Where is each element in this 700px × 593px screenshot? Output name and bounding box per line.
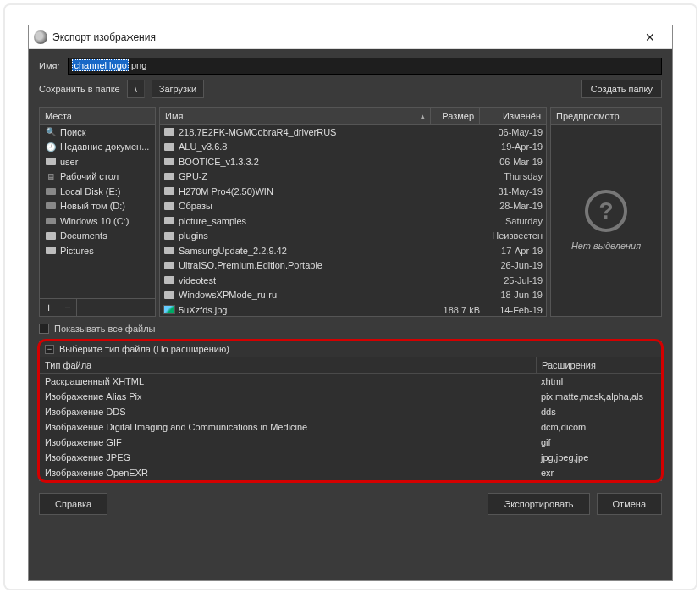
file-name: 218.7E2FK-MGMCobraR4_driverRUS <box>179 127 434 137</box>
places-item[interactable]: 🔍Поиск <box>40 125 155 140</box>
file-size: 188.7 kB <box>434 305 480 315</box>
file-name: GPU-Z <box>179 171 434 181</box>
file-name: plugins <box>179 230 434 241</box>
close-button[interactable]: ✕ <box>633 30 667 44</box>
file-row[interactable]: H270M Pro4(2.50)WIN31-May-19 <box>160 184 546 199</box>
file-row[interactable]: Образы28-Mar-19 <box>160 199 546 214</box>
places-item[interactable]: 🖥Рабочий стол <box>40 169 155 185</box>
show-all-checkbox[interactable] <box>39 324 49 334</box>
file-row[interactable]: 218.7E2FK-MGMCobraR4_driverRUS06-May-19 <box>160 125 546 140</box>
places-item-label: Windows 10 (C:) <box>60 216 150 226</box>
file-name: BOOTICE_v1.3.3.2 <box>179 157 434 167</box>
places-item[interactable]: Windows 10 (C:) <box>40 213 155 229</box>
path-folder-button[interactable]: Загрузки <box>152 80 204 98</box>
add-place-button[interactable]: + <box>40 299 58 316</box>
places-item[interactable]: Новый том (D:) <box>40 199 155 214</box>
preview-header: Предпросмотр <box>551 108 661 124</box>
filetype-row[interactable]: Изображение Alias Pixpix,matte,mask,alph… <box>40 389 661 404</box>
file-modified: 06-May-19 <box>480 127 543 137</box>
file-modified: 31-May-19 <box>480 186 543 197</box>
path-root-button[interactable]: \ <box>127 80 145 98</box>
filetype-ext: dcm,dicom <box>536 422 661 432</box>
places-item[interactable]: Pictures <box>40 243 155 258</box>
file-name: UltraISO.Premium.Edition.Portable <box>179 260 434 270</box>
file-row[interactable]: picture_samplesSaturday <box>160 213 546 229</box>
places-item-label: Поиск <box>60 127 150 137</box>
folder-icon <box>163 157 175 167</box>
file-row[interactable]: 5uXzfds.jpg188.7 kB14-Feb-19 <box>160 302 546 316</box>
file-modified: 06-Mar-19 <box>480 157 543 167</box>
recent-icon: 🕘 <box>45 141 57 152</box>
folder-icon <box>163 216 175 226</box>
col-name[interactable]: Имя▴ <box>160 108 431 124</box>
export-button[interactable]: Экспортировать <box>488 493 589 515</box>
create-folder-button[interactable]: Создать папку <box>581 80 662 98</box>
file-row[interactable]: BOOTICE_v1.3.3.206-Mar-19 <box>160 154 546 169</box>
file-row[interactable]: ALU_v3.6.819-Apr-19 <box>160 140 546 155</box>
filetype-name: Изображение Alias Pix <box>40 391 536 402</box>
file-row[interactable]: videotest25-Jul-19 <box>160 273 546 288</box>
places-item[interactable]: user <box>40 154 155 169</box>
filetype-row[interactable]: Раскрашенный XHTMLxhtml <box>40 374 661 389</box>
name-label: Имя: <box>39 61 59 71</box>
filetype-row[interactable]: Изображение OpenEXRexr <box>40 465 661 480</box>
filetype-title: Выберите тип файла (По расширению) <box>59 344 229 354</box>
col-modified[interactable]: Изменён <box>480 108 546 124</box>
filetype-ext: exr <box>536 468 661 478</box>
filetype-header[interactable]: − Выберите тип файла (По расширению) <box>40 341 661 357</box>
filetype-row[interactable]: Изображение JPEGjpg,jpeg,jpe <box>40 450 661 465</box>
places-item-label: Рабочий стол <box>60 171 150 181</box>
save-in-label: Сохранить в папке <box>39 84 120 94</box>
remove-place-button[interactable]: − <box>58 299 77 316</box>
collapse-icon[interactable]: − <box>45 345 54 354</box>
type-col-header: Тип файла <box>40 357 536 373</box>
folder-icon <box>163 290 175 300</box>
filetype-name: Изображение JPEG <box>40 452 536 463</box>
folder-icon <box>45 230 57 241</box>
file-row[interactable]: pluginsНеизвестен <box>160 229 546 244</box>
cancel-button[interactable]: Отмена <box>597 493 662 515</box>
filename-input[interactable]: channel logo.png <box>68 58 662 75</box>
sort-caret-icon: ▴ <box>421 112 425 120</box>
help-button[interactable]: Справка <box>39 493 107 515</box>
folder-icon <box>163 171 175 181</box>
filename-selection: channel logo <box>72 59 128 71</box>
filetype-ext: gif <box>536 437 661 447</box>
file-modified: Thursday <box>480 171 543 181</box>
folder-icon <box>163 230 175 241</box>
filetype-row[interactable]: Изображение GIFgif <box>40 435 661 450</box>
file-name: videotest <box>179 275 434 285</box>
places-item[interactable]: Local Disk (E:) <box>40 184 155 199</box>
places-item-label: Documents <box>60 230 150 241</box>
filetype-ext: xhtml <box>536 376 661 386</box>
file-row[interactable]: SamsungUpdate_2.2.9.4217-Apr-19 <box>160 243 546 258</box>
file-name: WindowsXPMode_ru-ru <box>179 290 434 300</box>
places-item[interactable]: Documents <box>40 229 155 244</box>
folder-icon <box>163 127 175 137</box>
file-modified: Saturday <box>480 216 543 226</box>
filename-extension: .png <box>129 60 146 70</box>
places-item-label: Pictures <box>60 246 150 256</box>
places-item-label: Новый том (D:) <box>60 201 150 211</box>
file-modified: 26-Jun-19 <box>480 260 543 270</box>
col-size[interactable]: Размер <box>431 108 480 124</box>
places-item[interactable]: 🕘Недавние докумен... <box>40 140 155 155</box>
folder-icon <box>163 246 175 256</box>
file-name: 5uXzfds.jpg <box>179 305 434 315</box>
filetype-name: Изображение GIF <box>40 437 536 447</box>
file-modified: 18-Jun-19 <box>480 290 543 300</box>
filetype-name: Раскрашенный XHTML <box>40 376 536 386</box>
file-row[interactable]: UltraISO.Premium.Edition.Portable26-Jun-… <box>160 258 546 274</box>
places-item-label: user <box>60 157 150 167</box>
filetype-row[interactable]: Изображение Digital Imaging and Communic… <box>40 419 661 435</box>
folder-icon <box>163 260 175 270</box>
file-row[interactable]: GPU-ZThursday <box>160 169 546 185</box>
folder-icon <box>45 157 57 167</box>
file-row[interactable]: WindowsXPMode_ru-ru18-Jun-19 <box>160 288 546 303</box>
folder-icon <box>163 275 175 285</box>
app-icon <box>34 30 47 44</box>
filetype-row[interactable]: Изображение DDSdds <box>40 404 661 419</box>
file-modified: 28-Mar-19 <box>480 201 543 211</box>
file-modified: Неизвестен <box>480 230 543 241</box>
image-icon <box>163 305 175 315</box>
